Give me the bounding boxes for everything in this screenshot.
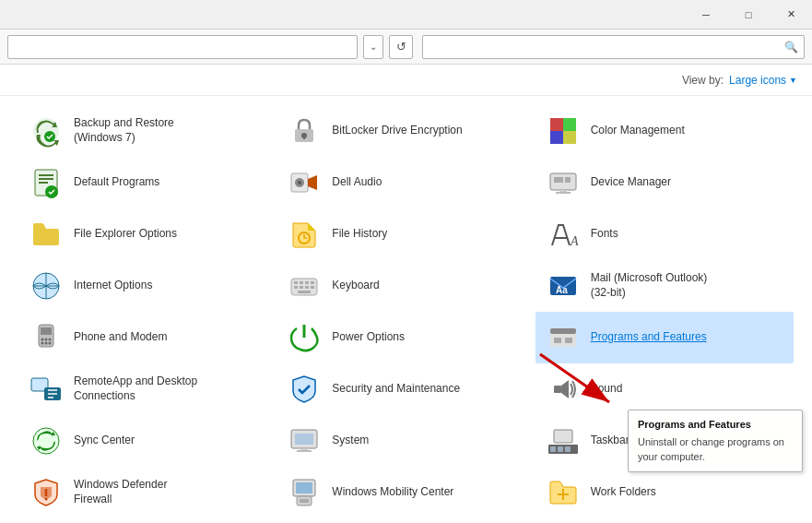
bitlocker-label: BitLocker Drive Encryption bbox=[332, 124, 462, 138]
svg-point-44 bbox=[45, 339, 48, 341]
svg-rect-34 bbox=[294, 286, 298, 289]
default-programs-label: Default Programs bbox=[74, 175, 159, 190]
device-manager-icon bbox=[545, 164, 582, 201]
svg-marker-16 bbox=[308, 175, 317, 190]
power-options-icon bbox=[286, 319, 323, 356]
control-item-windows-defender[interactable]: Windows Defender Firewall bbox=[18, 467, 277, 518]
file-history-icon bbox=[286, 216, 323, 253]
svg-text:A: A bbox=[570, 234, 579, 248]
svg-rect-38 bbox=[298, 291, 311, 293]
internet-options-icon bbox=[28, 267, 65, 304]
windows-mobility-label: Windows Mobility Center bbox=[332, 485, 453, 500]
control-item-work-folders[interactable]: Work Folders bbox=[535, 467, 794, 518]
svg-rect-6 bbox=[550, 118, 563, 131]
keyboard-icon bbox=[286, 267, 323, 304]
security-maintenance-label: Security and Maintenance bbox=[332, 382, 460, 397]
control-item-programs-features[interactable]: Programs and Features bbox=[535, 312, 794, 363]
svg-rect-66 bbox=[550, 446, 556, 452]
control-item-sync-center[interactable]: Sync Center bbox=[18, 415, 277, 467]
sync-center-label: Sync Center bbox=[74, 434, 135, 448]
viewby-arrow: ▼ bbox=[789, 76, 797, 85]
control-item-mail-outlook[interactable]: AaMail (Microsoft Outlook) (32-bit) bbox=[535, 260, 794, 312]
fonts-label: Fonts bbox=[591, 227, 618, 242]
svg-rect-23 bbox=[556, 192, 571, 194]
control-item-backup-restore[interactable]: Backup and Restore (Windows 7) bbox=[18, 105, 277, 157]
fonts-icon: A bbox=[545, 216, 582, 253]
control-item-default-programs[interactable]: Default Programs bbox=[18, 157, 277, 208]
search-box[interactable]: 🔍 bbox=[422, 35, 805, 59]
color-management-label: Color Management bbox=[591, 124, 685, 138]
control-item-security-maintenance[interactable]: Security and Maintenance bbox=[277, 363, 535, 415]
svg-rect-42 bbox=[41, 327, 52, 335]
windows-mobility-icon bbox=[286, 474, 323, 511]
viewby-bar: View by: Large icons ▼ bbox=[0, 65, 812, 96]
sound-icon bbox=[545, 371, 582, 408]
svg-point-46 bbox=[41, 342, 44, 345]
control-item-internet-options[interactable]: Internet Options bbox=[18, 260, 277, 312]
maximize-button[interactable]: □ bbox=[727, 0, 770, 30]
sound-label: Sound bbox=[591, 382, 623, 397]
svg-point-45 bbox=[49, 339, 52, 341]
remoteapp-label: RemoteApp and Desktop Connections bbox=[74, 374, 197, 403]
svg-rect-8 bbox=[550, 131, 563, 144]
control-item-system[interactable]: System bbox=[277, 415, 535, 467]
minimize-button[interactable]: ─ bbox=[685, 0, 727, 30]
control-item-file-history[interactable]: File History bbox=[277, 208, 535, 260]
svg-rect-67 bbox=[558, 446, 563, 452]
control-item-fonts[interactable]: AFonts bbox=[535, 208, 794, 260]
control-item-file-explorer-options[interactable]: File Explorer Options bbox=[18, 208, 277, 260]
work-folders-label: Work Folders bbox=[591, 485, 656, 500]
svg-rect-52 bbox=[565, 338, 572, 343]
svg-marker-59 bbox=[561, 380, 569, 398]
control-item-sound[interactable]: Sound bbox=[535, 363, 794, 415]
programs-features-icon bbox=[545, 319, 582, 356]
work-folders-icon bbox=[545, 474, 582, 511]
control-item-bitlocker[interactable]: BitLocker Drive Encryption bbox=[277, 105, 535, 157]
svg-text:Aa: Aa bbox=[556, 285, 568, 295]
address-bar: ⌄ ↺ 🔍 bbox=[0, 30, 812, 65]
svg-rect-69 bbox=[554, 430, 572, 443]
svg-point-47 bbox=[45, 342, 48, 345]
svg-rect-68 bbox=[565, 446, 571, 452]
file-explorer-options-label: File Explorer Options bbox=[74, 227, 177, 242]
svg-rect-30 bbox=[294, 281, 298, 284]
close-button[interactable]: ✕ bbox=[770, 0, 812, 30]
svg-rect-4 bbox=[303, 136, 305, 139]
svg-rect-7 bbox=[563, 118, 576, 131]
svg-rect-75 bbox=[300, 499, 309, 503]
svg-rect-62 bbox=[295, 434, 313, 445]
svg-rect-33 bbox=[311, 281, 314, 284]
address-chevron[interactable]: ⌄ bbox=[363, 35, 383, 59]
default-programs-icon bbox=[28, 164, 65, 201]
tooltip-description: Uninstall or change programs on your com… bbox=[638, 435, 793, 464]
svg-rect-31 bbox=[300, 281, 303, 284]
tooltip-title: Programs and Features bbox=[638, 418, 793, 432]
svg-rect-51 bbox=[554, 338, 561, 343]
control-item-phone-modem[interactable]: Phone and Modem bbox=[18, 312, 277, 363]
control-item-color-management[interactable]: Color Management bbox=[535, 105, 794, 157]
address-input[interactable] bbox=[7, 35, 358, 59]
dell-audio-label: Dell Audio bbox=[332, 175, 382, 190]
svg-rect-64 bbox=[297, 450, 312, 452]
control-item-device-manager[interactable]: Device Manager bbox=[535, 157, 794, 208]
svg-rect-35 bbox=[300, 286, 303, 289]
svg-point-43 bbox=[41, 339, 44, 341]
refresh-button[interactable]: ↺ bbox=[389, 35, 413, 59]
phone-modem-icon bbox=[28, 319, 65, 356]
control-item-dell-audio[interactable]: Dell Audio bbox=[277, 157, 535, 208]
viewby-label: View by: bbox=[682, 74, 724, 87]
control-item-keyboard[interactable]: Keyboard bbox=[277, 260, 535, 312]
svg-rect-37 bbox=[311, 286, 314, 289]
keyboard-label: Keyboard bbox=[332, 279, 379, 293]
svg-rect-9 bbox=[563, 131, 576, 144]
windows-defender-icon bbox=[28, 474, 65, 511]
svg-rect-36 bbox=[305, 286, 309, 289]
internet-options-label: Internet Options bbox=[74, 279, 152, 293]
power-options-label: Power Options bbox=[332, 330, 405, 345]
control-item-power-options[interactable]: Power Options bbox=[277, 312, 535, 363]
viewby-dropdown[interactable]: Large icons ▼ bbox=[729, 74, 797, 87]
control-item-remoteapp[interactable]: RemoteApp and Desktop Connections bbox=[18, 363, 277, 415]
tooltip-box: Programs and Features Uninstall or chang… bbox=[628, 410, 803, 472]
windows-defender-label: Windows Defender Firewall bbox=[74, 478, 167, 506]
control-item-windows-mobility[interactable]: Windows Mobility Center bbox=[277, 467, 535, 518]
